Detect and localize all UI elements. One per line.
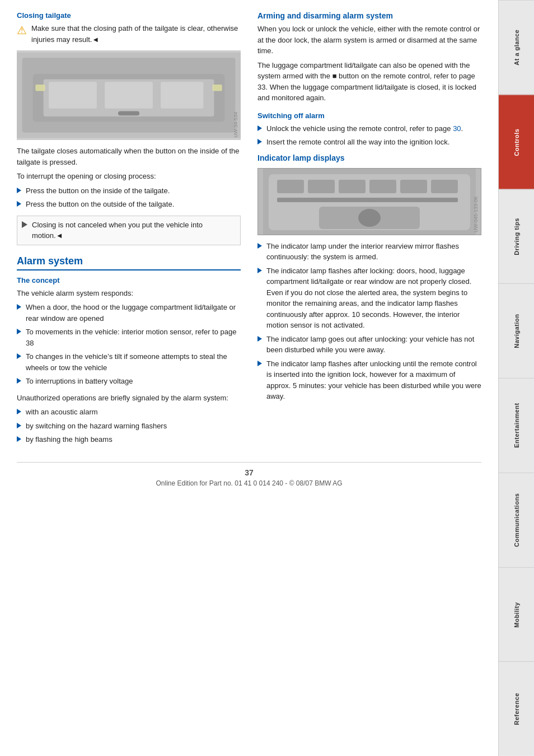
list-item: The indicator lamp under the interior re… xyxy=(257,241,481,263)
bullet-triangle xyxy=(257,268,262,273)
note-text: Closing is not canceled when you put the… xyxy=(32,220,236,241)
svg-rect-18 xyxy=(277,198,458,202)
concept-title: The concept xyxy=(17,276,241,284)
list-item: To changes in the vehicle’s tilt if some… xyxy=(17,351,241,373)
page-30-link[interactable]: 30 xyxy=(453,124,461,133)
list-item: When a door, the hood or the luggage com… xyxy=(17,302,241,324)
concept-list: When a door, the hood or the luggage com… xyxy=(17,302,241,387)
note-triangle-icon xyxy=(22,221,27,228)
switching-off-list: Unlock the vehicle using the remote cont… xyxy=(257,123,481,148)
list-item: The indicator lamp flashes after locking… xyxy=(257,265,481,331)
page-footer: 37 Online Edition for Part no. 01 41 0 0… xyxy=(17,462,481,487)
list-item: The indicator lamp flashes after unlocki… xyxy=(257,358,481,402)
tailgate-image: UW-34-534 xyxy=(17,50,241,140)
svg-rect-16 xyxy=(400,180,427,193)
list-item: Press the button on the outside of the t… xyxy=(17,199,241,210)
closing-tailgate-title: Closing tailgate xyxy=(17,11,241,20)
svg-rect-9 xyxy=(213,85,222,91)
svg-rect-15 xyxy=(369,180,396,193)
tab-controls[interactable]: Controls xyxy=(499,95,534,189)
switching-off-title: Switching off alarm xyxy=(257,111,481,120)
svg-rect-8 xyxy=(35,85,45,91)
image-copyright: UW-34-534 xyxy=(233,112,238,138)
unauthorized-intro: Unauthorized operations are briefly sign… xyxy=(17,393,241,404)
tab-navigation[interactable]: Navigation xyxy=(499,283,534,378)
list-item: Press the button on the inside of the ta… xyxy=(17,185,241,197)
list-item: To interruptions in battery voltage xyxy=(17,376,241,387)
bullet-triangle xyxy=(17,201,21,207)
footer-text: Online Edition for Part no. 01 41 0 014 … xyxy=(156,479,342,487)
tailgate-body-text: The tailgate closes automatically when t… xyxy=(17,146,241,167)
bullet-triangle xyxy=(17,188,21,193)
list-item: by flashing the high beams xyxy=(17,434,241,445)
side-navigation: At a glance Controls Driving tips Naviga… xyxy=(498,0,534,756)
arming-title: Arming and disarming alarm system xyxy=(257,11,481,20)
bullet-triangle xyxy=(17,304,21,310)
svg-rect-13 xyxy=(308,180,335,193)
list-item: The indicator lamp goes out after unlock… xyxy=(257,334,481,356)
list-item: To movements in the vehicle: interior mo… xyxy=(17,326,241,348)
svg-rect-14 xyxy=(339,180,366,193)
left-column: Closing tailgate ⚠ Make sure that the cl… xyxy=(17,11,241,451)
svg-rect-6 xyxy=(161,82,203,109)
warning-text: Make sure that the closing path of the t… xyxy=(31,23,241,45)
tab-mobility[interactable]: Mobility xyxy=(499,567,534,662)
list-item: Insert the remote control all the way in… xyxy=(257,137,481,148)
tailgate-interrupt-list: Press the button on the inside of the ta… xyxy=(17,185,241,210)
bullet-triangle xyxy=(257,125,262,131)
list-item: Unlock the vehicle using the remote cont… xyxy=(257,123,481,134)
bullet-triangle xyxy=(17,378,21,384)
tab-entertainment[interactable]: Entertainment xyxy=(499,378,534,473)
svg-rect-7 xyxy=(118,111,139,116)
bullet-triangle xyxy=(17,353,21,359)
tab-at-a-glance[interactable]: At a glance xyxy=(499,0,534,95)
alarm-system-title: Alarm system xyxy=(17,255,241,270)
closing-tailgate-warning: ⚠ Make sure that the closing path of the… xyxy=(17,23,241,45)
tab-driving-tips[interactable]: Driving tips xyxy=(499,189,534,284)
unauthorized-list: with an acoustic alarm by switching on t… xyxy=(17,407,241,445)
bullet-triangle xyxy=(257,243,262,249)
list-item: with an acoustic alarm xyxy=(17,407,241,418)
indicator-lamp-list: The indicator lamp under the interior re… xyxy=(257,241,481,402)
arming-para2: The luggage compartment lid/tailgate can… xyxy=(257,60,481,104)
tab-communications[interactable]: Communications xyxy=(499,473,534,567)
bullet-triangle xyxy=(17,423,21,428)
lamp-image-copyright: UW-045-133-06 xyxy=(473,197,479,232)
bullet-triangle xyxy=(17,409,21,414)
tab-reference[interactable]: Reference xyxy=(499,661,534,756)
bullet-triangle xyxy=(17,436,21,442)
warning-icon: ⚠ xyxy=(17,24,27,37)
note-box: Closing is not canceled when you put the… xyxy=(17,216,241,245)
svg-rect-5 xyxy=(105,82,153,109)
svg-point-20 xyxy=(358,209,381,227)
bullet-triangle xyxy=(257,361,262,366)
svg-rect-12 xyxy=(277,180,304,193)
page-number: 37 xyxy=(17,468,481,477)
list-item: by switching on the hazard warning flash… xyxy=(17,421,241,432)
bullet-triangle xyxy=(17,329,21,334)
svg-rect-17 xyxy=(431,180,458,193)
main-content: Closing tailgate ⚠ Make sure that the cl… xyxy=(0,0,498,756)
bullet-triangle xyxy=(257,336,262,342)
bullet-triangle xyxy=(257,139,262,144)
switching-item-1: Unlock the vehicle using the remote cont… xyxy=(266,123,463,134)
arming-para1: When you lock or unlock the vehicle, eit… xyxy=(257,24,481,57)
tailgate-interrupt-intro: To interrupt the opening or closing proc… xyxy=(17,171,241,182)
concept-intro: The vehicle alarm system responds: xyxy=(17,288,241,299)
svg-rect-4 xyxy=(49,82,97,109)
indicator-lamp-title: Indicator lamp displays xyxy=(257,153,481,162)
indicator-lamp-image: UW-045-133-06 xyxy=(257,168,481,235)
right-column: Arming and disarming alarm system When y… xyxy=(257,11,481,451)
